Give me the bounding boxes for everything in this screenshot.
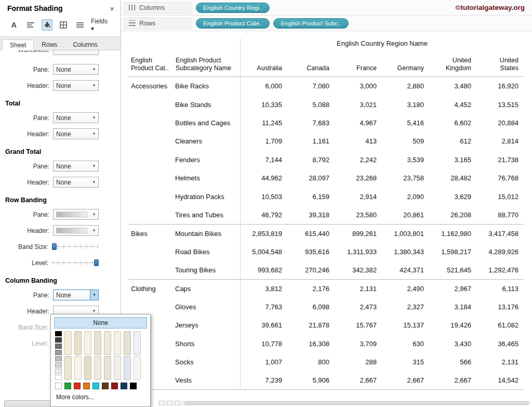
row-category[interactable] bbox=[128, 95, 173, 113]
table-cell[interactable]: 1,292,476 bbox=[476, 261, 524, 279]
table-cell[interactable]: 899,261 bbox=[335, 224, 382, 242]
table-cell[interactable]: 615,440 bbox=[287, 224, 335, 242]
table-cell[interactable]: 1,709 bbox=[240, 132, 287, 150]
table-cell[interactable]: 7,763 bbox=[240, 298, 287, 316]
banding-color-swatch[interactable] bbox=[74, 331, 82, 355]
table-cell[interactable]: 16,920 bbox=[476, 77, 524, 95]
banding-color-swatch[interactable] bbox=[134, 331, 141, 355]
color-swatch[interactable] bbox=[55, 362, 62, 367]
shading-bucket-icon[interactable] bbox=[42, 19, 53, 31]
table-cell[interactable]: 6,159 bbox=[287, 187, 335, 205]
tab-sheet[interactable]: Sheet bbox=[2, 40, 34, 50]
color-swatch[interactable] bbox=[83, 383, 90, 389]
banding-color-swatch[interactable] bbox=[64, 356, 72, 380]
column-header[interactable]: Canada bbox=[287, 54, 335, 77]
borders-icon[interactable] bbox=[58, 19, 69, 31]
dimension-pill[interactable]: English Product Subc.. bbox=[273, 18, 348, 29]
color-swatch[interactable] bbox=[55, 337, 62, 343]
table-cell[interactable]: 19,426 bbox=[429, 316, 476, 334]
table-cell[interactable]: 2,131 bbox=[476, 353, 524, 371]
table-cell[interactable]: 2,242 bbox=[335, 151, 382, 169]
table-cell[interactable]: 10,778 bbox=[240, 334, 287, 352]
color-swatch[interactable] bbox=[102, 383, 109, 389]
table-cell[interactable]: 2,490 bbox=[382, 279, 429, 297]
color-swatch[interactable] bbox=[55, 356, 62, 361]
lines-icon[interactable] bbox=[74, 19, 86, 31]
table-cell[interactable]: 7,239 bbox=[240, 371, 287, 389]
table-cell[interactable]: 424,371 bbox=[382, 261, 429, 279]
table-cell[interactable]: 14,542 bbox=[476, 371, 524, 389]
row-subcategory[interactable]: Vests bbox=[173, 371, 240, 389]
row-subcategory[interactable]: Road Bikes bbox=[173, 243, 240, 261]
table-cell[interactable]: 2,667 bbox=[335, 371, 382, 389]
banding-color-swatch[interactable] bbox=[94, 356, 101, 380]
table-cell[interactable]: 2,853,819 bbox=[240, 224, 287, 242]
scroll-grip[interactable] bbox=[167, 401, 172, 405]
table-cell[interactable]: 20,861 bbox=[382, 206, 429, 224]
table-cell[interactable]: 3,812 bbox=[240, 279, 287, 297]
table-cell[interactable]: 2,327 bbox=[382, 298, 429, 316]
banding-color-swatch[interactable] bbox=[104, 356, 111, 380]
table-cell[interactable]: 3,430 bbox=[429, 334, 476, 352]
color-swatch[interactable] bbox=[111, 383, 118, 389]
table-cell[interactable]: 1,003,801 bbox=[382, 224, 429, 242]
worksheet-dropdown[interactable]: ▼ bbox=[53, 50, 99, 55]
banding-color-swatch[interactable] bbox=[94, 331, 101, 355]
dimension-pill[interactable]: English Product Cate.. bbox=[196, 18, 270, 29]
table-cell[interactable]: 4,452 bbox=[429, 95, 476, 113]
table-cell[interactable]: 935,616 bbox=[287, 243, 335, 261]
row-banding-header-dropdown[interactable]: ▼ bbox=[53, 225, 99, 236]
alignment-icon[interactable] bbox=[25, 19, 36, 31]
table-cell[interactable]: 5,004,548 bbox=[240, 243, 287, 261]
table-cell[interactable]: 28,482 bbox=[429, 169, 476, 187]
table-cell[interactable]: 3,180 bbox=[382, 95, 429, 113]
table-cell[interactable]: 1,380,343 bbox=[382, 243, 429, 261]
table-cell[interactable]: 23,268 bbox=[335, 169, 382, 187]
banding-color-swatch[interactable] bbox=[124, 356, 131, 380]
table-cell[interactable]: 6,098 bbox=[287, 298, 335, 316]
table-cell[interactable]: 10,503 bbox=[240, 187, 287, 205]
table-cell[interactable]: 7,080 bbox=[287, 77, 335, 95]
column-banding-pane-dropdown[interactable]: None▼ bbox=[53, 290, 99, 300]
row-subcategory[interactable]: Jerseys bbox=[173, 316, 240, 334]
table-cell[interactable]: 16,308 bbox=[287, 334, 335, 352]
tab-columns[interactable]: Columns bbox=[65, 39, 105, 50]
table-cell[interactable]: 15,767 bbox=[335, 316, 382, 334]
row-subcategory[interactable]: Bike Stands bbox=[173, 95, 240, 113]
color-swatch[interactable] bbox=[55, 375, 62, 380]
table-cell[interactable]: 5,416 bbox=[382, 114, 429, 132]
banding-color-swatch[interactable] bbox=[104, 331, 111, 355]
column-header[interactable]: France bbox=[335, 54, 382, 77]
row-category[interactable] bbox=[128, 132, 173, 150]
table-cell[interactable]: 36,465 bbox=[476, 334, 524, 352]
scroll-grip[interactable] bbox=[159, 401, 164, 405]
row-subcategory[interactable]: Shorts bbox=[173, 334, 240, 352]
color-swatch[interactable] bbox=[55, 369, 62, 374]
row-category[interactable]: Accessories bbox=[128, 77, 173, 95]
banding-color-swatch[interactable] bbox=[84, 331, 91, 355]
sheet-pane-dropdown[interactable]: None▼ bbox=[53, 64, 99, 75]
tab-rows[interactable]: Rows bbox=[34, 39, 65, 50]
table-cell[interactable]: 342,382 bbox=[335, 261, 382, 279]
row-header-category[interactable]: English Product Cat.. bbox=[128, 54, 173, 77]
color-swatch[interactable] bbox=[74, 383, 81, 389]
table-cell[interactable]: 46,792 bbox=[240, 206, 287, 224]
scrollbar-thumb[interactable] bbox=[184, 401, 529, 405]
table-cell[interactable]: 1,162,980 bbox=[429, 224, 476, 242]
column-header[interactable]: Germany bbox=[382, 54, 429, 77]
table-cell[interactable]: 3,184 bbox=[429, 298, 476, 316]
table-cell[interactable]: 2,967 bbox=[429, 279, 476, 297]
table-cell[interactable]: 3,000 bbox=[335, 77, 382, 95]
row-banding-pane-dropdown[interactable]: ▼ bbox=[53, 209, 99, 220]
row-category[interactable] bbox=[128, 114, 173, 132]
table-cell[interactable]: 2,667 bbox=[429, 371, 476, 389]
table-cell[interactable]: 521,645 bbox=[429, 261, 476, 279]
grand-total-pane-dropdown[interactable]: None▼ bbox=[53, 161, 99, 172]
table-cell[interactable]: 413 bbox=[335, 132, 382, 150]
grand-total-header-dropdown[interactable]: None▼ bbox=[53, 177, 99, 188]
table-cell[interactable]: 20,884 bbox=[476, 114, 524, 132]
row-band-size-slider[interactable] bbox=[52, 243, 99, 251]
table-cell[interactable]: 76,768 bbox=[476, 169, 524, 187]
row-subcategory[interactable]: Hydration Packs bbox=[173, 187, 240, 205]
more-colors-link[interactable]: More colors... bbox=[51, 389, 150, 403]
